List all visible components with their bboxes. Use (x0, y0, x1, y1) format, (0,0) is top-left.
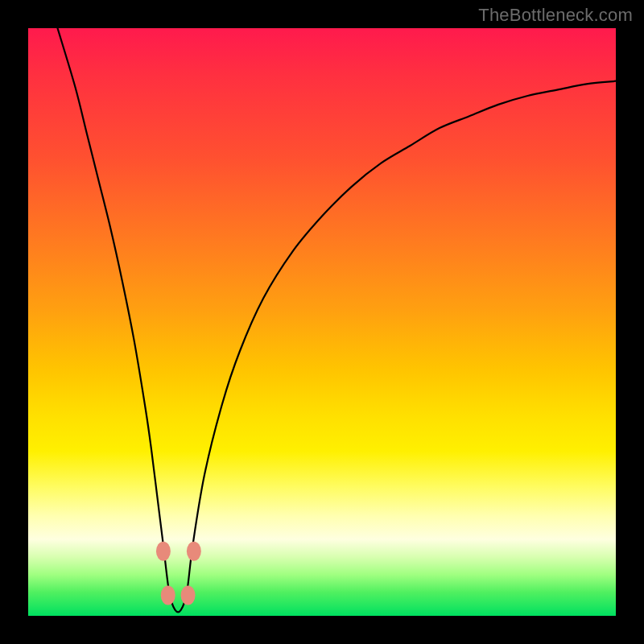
curve-marker (187, 542, 201, 561)
chart-frame: TheBottleneck.com (0, 0, 644, 644)
watermark-text: TheBottleneck.com (478, 5, 633, 26)
curve-marker (181, 585, 196, 605)
curve-marker (156, 542, 171, 561)
curve-svg (28, 28, 616, 616)
bottleneck-curve (58, 28, 617, 612)
curve-markers (156, 542, 201, 605)
plot-area (28, 28, 616, 616)
curve-marker (161, 585, 175, 605)
